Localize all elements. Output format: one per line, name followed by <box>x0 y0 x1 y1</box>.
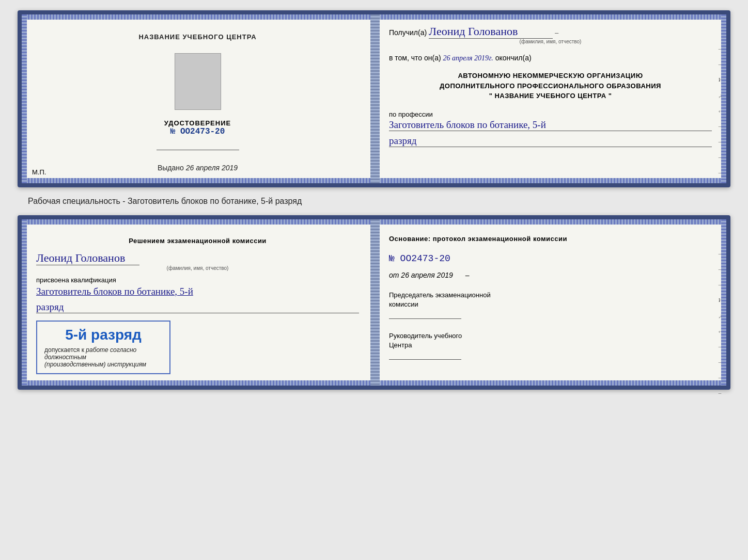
top-doc-right-panel: Получил(а) Леонид Голованов – (фамилия, … <box>375 14 726 183</box>
profession-handwritten: Заготовитель блоков по ботанике, 5-й <box>389 119 712 131</box>
vtom-prefix: в том, что он(а) <box>389 54 441 62</box>
bottom-document: Решением экзаменационной комиссии Леонид… <box>18 215 730 390</box>
bottom-doc-right-panel: Основание: протокол экзаменационной коми… <box>375 219 726 386</box>
rukovoditel-line1: Руководитель учебного <box>389 331 712 341</box>
okonchil-label: окончил(а) <box>495 54 532 62</box>
prisvoena-text: присвоена квалификация <box>36 276 359 284</box>
vydano-date: 26 апреля 2019 <box>186 164 238 172</box>
ot-label: от <box>389 271 399 279</box>
ot-date-value: 26 апреля 2019 <box>401 271 453 279</box>
right-border-decoration <box>721 14 726 183</box>
protocol-number: № OO2473-20 <box>389 253 712 264</box>
chairman-line2: комиссии <box>389 300 712 309</box>
org-line2: ДОПОЛНИТЕЛЬНОГО ПРОФЕССИОНАЛЬНОГО ОБРАЗО… <box>389 81 712 91</box>
udostoverenie-block: УДОСТОВЕРЕНИЕ № OO2473-20 <box>164 119 231 136</box>
resheniyem-text: Решением экзаменационной комиссии <box>36 236 359 246</box>
vydano-line: Выдано 26 апреля 2019 <box>158 164 238 172</box>
udostoverenie-number: № OO2473-20 <box>164 127 231 136</box>
ot-date-line: от 26 апреля 2019 – <box>389 271 712 279</box>
recipient-name: Леонид Голованов <box>429 25 553 39</box>
mp-label: М.П. <box>32 168 46 176</box>
vydano-label: Выдано <box>158 164 184 172</box>
top-document: НАЗВАНИЕ УЧЕБНОГО ЦЕНТРА УДОСТОВЕРЕНИЕ №… <box>18 10 730 187</box>
top-left-title: НАЗВАНИЕ УЧЕБНОГО ЦЕНТРА <box>138 33 256 41</box>
bottom-razryad: разряд <box>36 301 359 313</box>
po-professii-label: по профессии Заготовитель блоков по бота… <box>389 110 712 147</box>
org-line3: " НАЗВАНИЕ УЧЕБНОГО ЦЕНТРА " <box>389 91 712 101</box>
qualification-handwritten: Заготовитель блоков по ботанике, 5-й <box>36 286 359 297</box>
osnovanie-text: Основание: протокол экзаменационной коми… <box>389 234 712 244</box>
dopuskaetsya-label: допускается к <box>44 346 84 354</box>
poluchil-block: Получил(а) Леонид Голованов – (фамилия, … <box>389 25 712 44</box>
ot-dash: – <box>465 271 470 279</box>
instructions-text: (производственным) инструкциям <box>44 361 162 368</box>
bottom-doc-left-panel: Решением экзаменационной комиссии Леонид… <box>22 219 375 386</box>
stamp-допускается: допускается к работе согласно должностны… <box>44 346 162 368</box>
chairman-line1: Председатель экзаменационной <box>389 291 712 300</box>
stamp-box: 5-й разряд допускается к работе согласно… <box>36 321 170 374</box>
poluchil-prefix: Получил(а) <box>389 28 427 37</box>
bottom-fio-small: (фамилия, имя, отчество) <box>36 265 359 271</box>
rukovoditel-line2: Центра <box>389 341 712 350</box>
org-block: АВТОНОМНУЮ НЕКОММЕРЧЕСКУЮ ОРГАНИЗАЦИЮ ДО… <box>389 71 712 101</box>
subtitle: Рабочая специальность - Заготовитель бло… <box>28 197 302 206</box>
vtom-line: в том, что он(а) 26 апреля 2019г. окончи… <box>389 54 712 62</box>
bottom-name-block: Леонид Голованов (фамилия, имя, отчество… <box>36 249 359 271</box>
po-professii-text: по профессии <box>389 110 433 118</box>
top-doc-left-panel: НАЗВАНИЕ УЧЕБНОГО ЦЕНТРА УДОСТОВЕРЕНИЕ №… <box>22 14 375 183</box>
chairman-sign-line <box>389 318 461 319</box>
stamp-rank: 5-й разряд <box>44 327 162 343</box>
fio-small-label: (фамилия, имя, отчество) <box>389 39 712 44</box>
bottom-recipient-name: Леонид Голованов <box>36 251 139 265</box>
razryad-handwritten: разряд <box>389 135 712 147</box>
vtom-date: 26 апреля 2019г. <box>443 54 493 62</box>
rukovoditel-sign-line <box>389 359 461 360</box>
chairman-block: Председатель экзаменационной комиссии <box>389 291 712 319</box>
bottom-right-border <box>721 219 726 386</box>
rukovoditel-block: Руководитель учебного Центра <box>389 331 712 360</box>
signature-line <box>157 150 239 150</box>
photo-placeholder <box>175 53 221 110</box>
org-line1: АВТОНОМНУЮ НЕКОММЕРЧЕСКУЮ ОРГАНИЗАЦИЮ <box>389 71 712 81</box>
udostoverenie-title: УДОСТОВЕРЕНИЕ <box>164 119 231 127</box>
